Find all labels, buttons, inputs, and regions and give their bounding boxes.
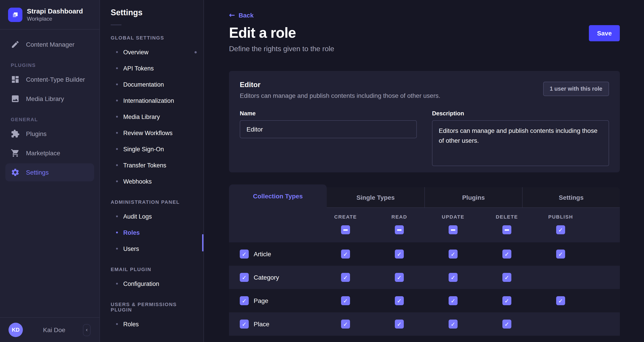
permission-cell: ✓ — [480, 319, 534, 328]
article-publish-checkbox[interactable]: ✓ — [556, 250, 565, 259]
tab-settings[interactable]: Settings — [522, 187, 620, 208]
gear-icon — [11, 168, 20, 177]
role-description-text: Editors can manage and publish contents … — [240, 92, 440, 99]
bullet-icon — [116, 51, 118, 53]
subnav-item-label: Audit Logs — [123, 213, 152, 220]
page-publish-checkbox[interactable]: ✓ — [556, 296, 565, 305]
cart-icon — [11, 148, 20, 157]
table-row-category: ✓Category✓✓✓✓ — [229, 266, 620, 289]
check-icon: ✓ — [242, 321, 247, 327]
notification-dot — [194, 51, 197, 53]
permission-cell: ✓ — [426, 319, 480, 328]
subnav-item-transfer-tokens[interactable]: Transfer Tokens — [100, 157, 204, 173]
avatar[interactable]: KD — [8, 323, 23, 337]
article-update-checkbox[interactable]: ✓ — [448, 250, 458, 259]
check-icon: ✓ — [397, 251, 402, 257]
check-icon: ✓ — [397, 321, 402, 327]
sidebar-item-marketplace[interactable]: Marketplace — [6, 144, 94, 162]
subnav-item-roles[interactable]: Roles — [100, 224, 204, 241]
check-icon: ✓ — [343, 321, 348, 327]
category-delete-checkbox[interactable]: ✓ — [502, 273, 511, 282]
permission-cell: ✓ — [319, 319, 372, 328]
sidebar-item-content-manager[interactable]: Content Manager — [6, 36, 94, 53]
role-description-input[interactable]: Editors can manage and publish contents … — [432, 120, 609, 166]
users-with-role-button[interactable]: 1 user with this role — [543, 82, 609, 96]
sidebar-item-plugins[interactable]: Plugins — [6, 125, 94, 143]
category-update-checkbox[interactable]: ✓ — [448, 273, 458, 282]
bullet-icon — [116, 148, 118, 150]
select-all-create-checkbox[interactable] — [341, 225, 350, 234]
back-link[interactable]: ← Back — [229, 11, 254, 19]
collapse-sidebar-button[interactable]: ‹ — [83, 324, 90, 336]
select-all-update-checkbox[interactable] — [448, 225, 458, 234]
bullet-icon — [116, 181, 118, 182]
subnav-item-review-workflows[interactable]: Review Workflows — [100, 125, 204, 141]
subnav-item-single-sign-on[interactable]: Single Sign-On — [100, 141, 204, 157]
subnav-item-overview[interactable]: Overview — [100, 44, 204, 60]
article-read-checkbox[interactable]: ✓ — [395, 250, 404, 259]
select-category-checkbox[interactable]: ✓ — [240, 273, 249, 282]
subnav-item-webhooks[interactable]: Webhooks — [100, 173, 204, 189]
divider — [111, 25, 122, 25]
nav-section-title: PLUGINS — [11, 62, 89, 68]
category-create-checkbox[interactable]: ✓ — [341, 273, 350, 282]
subnav-item-roles[interactable]: Roles — [100, 316, 204, 332]
workspace-brand[interactable]: Strapi Dashboard Workplace — [0, 0, 100, 30]
scrollbar-thumb[interactable] — [202, 234, 204, 251]
bullet-icon — [116, 232, 118, 233]
subnav-item-label: API Tokens — [123, 65, 154, 72]
select-page-checkbox[interactable]: ✓ — [240, 296, 249, 305]
place-delete-checkbox[interactable]: ✓ — [502, 319, 511, 328]
sidebar-footer: KD Kai Doe ‹ — [0, 317, 100, 342]
article-delete-checkbox[interactable]: ✓ — [502, 250, 511, 259]
row-label: Article — [254, 250, 271, 258]
row-label: Page — [254, 297, 268, 304]
permission-cell: ✓ — [426, 273, 480, 282]
place-read-checkbox[interactable]: ✓ — [395, 319, 404, 328]
select-all-delete-checkbox[interactable] — [502, 225, 511, 234]
subnav-item-internationalization[interactable]: Internationalization — [100, 92, 204, 109]
select-article-checkbox[interactable]: ✓ — [240, 250, 249, 259]
subnav-list: GLOBAL SETTINGSOverviewAPI TokensDocumen… — [100, 35, 204, 332]
page-update-checkbox[interactable]: ✓ — [448, 296, 458, 305]
place-create-checkbox[interactable]: ✓ — [341, 319, 350, 328]
subnav-item-label: Media Library — [123, 113, 160, 120]
subnav-item-api-tokens[interactable]: API Tokens — [100, 60, 204, 76]
page-delete-checkbox[interactable]: ✓ — [502, 296, 511, 305]
tab-single-types[interactable]: Single Types — [327, 187, 424, 208]
select-all-publish-checkbox[interactable]: ✓ — [556, 225, 565, 234]
subnav-item-label: Webhooks — [123, 178, 152, 185]
settings-subnav: Settings GLOBAL SETTINGSOverviewAPI Toke… — [100, 0, 204, 342]
tab-collection-types[interactable]: Collection Types — [229, 185, 327, 208]
sidebar-item-content-type-builder[interactable]: Content-Type Builder — [6, 70, 94, 88]
page-create-checkbox[interactable]: ✓ — [341, 296, 350, 305]
place-update-checkbox[interactable]: ✓ — [448, 319, 458, 328]
role-name-input[interactable] — [240, 120, 417, 138]
app-title: Strapi Dashboard — [27, 7, 83, 15]
column-header-create: CREATE — [319, 214, 372, 234]
article-create-checkbox[interactable]: ✓ — [341, 250, 350, 259]
tab-plugins[interactable]: Plugins — [424, 187, 522, 208]
check-icon: ✓ — [397, 298, 402, 304]
subnav-item-documentation[interactable]: Documentation — [100, 76, 204, 92]
page-read-checkbox[interactable]: ✓ — [395, 296, 404, 305]
bullet-icon — [116, 100, 118, 101]
sidebar-item-settings[interactable]: Settings — [6, 163, 94, 181]
select-all-read-checkbox[interactable] — [395, 225, 404, 234]
table-row-page: ✓Page✓✓✓✓✓ — [229, 289, 620, 312]
subnav-item-users[interactable]: Users — [100, 241, 204, 257]
check-icon: ✓ — [504, 321, 509, 327]
save-button[interactable]: Save — [589, 25, 620, 41]
row-label-cell: ✓Article — [229, 250, 319, 259]
user-name: Kai Doe — [43, 326, 66, 333]
column-header-update: UPDATE — [426, 214, 480, 234]
permission-cell: ✓ — [534, 250, 588, 259]
sidebar-item-media-library[interactable]: Media Library — [6, 90, 94, 108]
subnav-item-media-library[interactable]: Media Library — [100, 109, 204, 125]
bullet-icon — [116, 248, 118, 250]
subnav-item-configuration[interactable]: Configuration — [100, 276, 204, 292]
chevron-left-icon: ‹ — [86, 327, 88, 333]
subnav-item-audit-logs[interactable]: Audit Logs — [100, 208, 204, 224]
category-read-checkbox[interactable]: ✓ — [395, 273, 404, 282]
select-place-checkbox[interactable]: ✓ — [240, 319, 249, 328]
